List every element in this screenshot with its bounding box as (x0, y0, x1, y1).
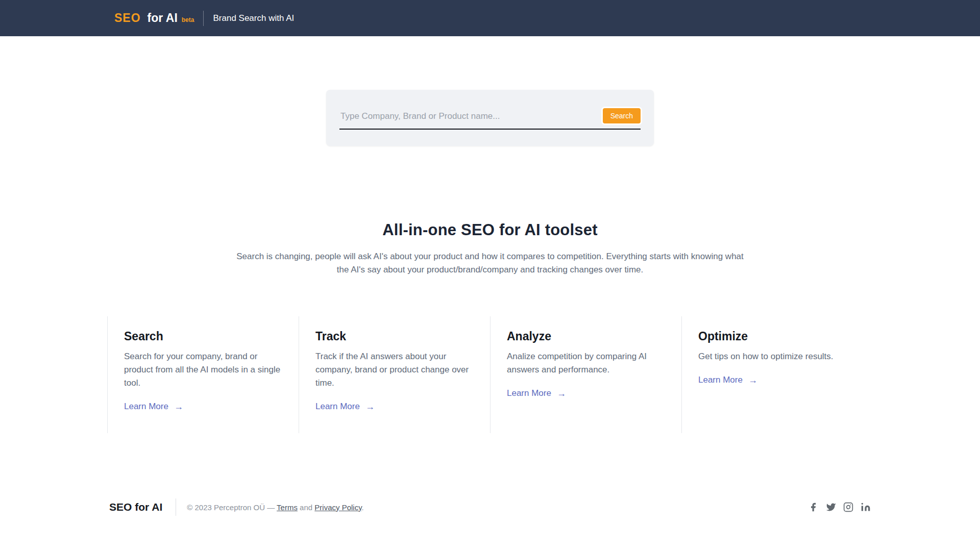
feature-description: Get tips on how to optimize results. (698, 350, 860, 363)
feature-column-analyze: Analyze Analize competition by comparing… (490, 316, 681, 433)
arrow-right-icon: → (557, 389, 566, 398)
footer-divider (176, 498, 176, 516)
page-title: All-in-one SEO for AI toolset (0, 221, 980, 239)
learn-more-link-analyze[interactable]: Learn More → (507, 388, 566, 398)
feature-column-search: Search Search for your company, brand or… (107, 316, 299, 433)
feature-title: Track (315, 330, 477, 343)
linkedin-icon[interactable] (861, 502, 871, 512)
feature-title: Analyze (507, 330, 668, 343)
page-subtitle: Search is changing, people will ask AI's… (232, 250, 748, 277)
terms-link[interactable]: Terms (277, 503, 298, 512)
learn-more-label: Learn More (124, 402, 168, 412)
footer: SEO for AI © 2023 Perceptron OÜ — Terms … (109, 498, 871, 516)
search-button[interactable]: Search (603, 108, 641, 123)
logo-seo-text: SEO (114, 11, 141, 25)
feature-column-track: Track Track if the AI answers about your… (299, 316, 490, 433)
intro-section: All-in-one SEO for AI toolset Search is … (0, 221, 980, 277)
learn-more-link-search[interactable]: Learn More → (124, 402, 183, 412)
arrow-right-icon: → (365, 402, 375, 411)
nav-item-brand-search[interactable]: Brand Search with AI (213, 13, 294, 23)
learn-more-link-optimize[interactable]: Learn More → (698, 375, 757, 385)
features-grid: Search Search for your company, brand or… (107, 316, 873, 433)
search-input[interactable] (339, 103, 641, 130)
learn-more-label: Learn More (315, 402, 360, 412)
learn-more-label: Learn More (507, 388, 551, 398)
feature-description: Track if the AI answers about your compa… (315, 350, 477, 390)
facebook-icon[interactable] (808, 502, 819, 512)
learn-more-link-track[interactable]: Learn More → (315, 402, 375, 412)
copyright-prefix: © 2023 Perceptron OÜ — (187, 503, 277, 512)
feature-description: Search for your company, brand or produc… (124, 350, 285, 390)
twitter-icon[interactable] (826, 502, 836, 512)
brand-logo[interactable]: SEO for AI beta (114, 11, 194, 25)
feature-description: Analize competition by comparing AI answ… (507, 350, 668, 377)
footer-brand: SEO for AI (109, 501, 162, 513)
navbar: SEO for AI beta Brand Search with AI (0, 0, 980, 36)
arrow-right-icon: → (748, 375, 757, 385)
feature-column-optimize: Optimize Get tips on how to optimize res… (681, 316, 873, 433)
copyright-period: . (362, 503, 364, 512)
search-row: Search (339, 103, 641, 130)
privacy-policy-link[interactable]: Privacy Policy (314, 503, 361, 512)
learn-more-label: Learn More (698, 375, 743, 385)
feature-title: Optimize (698, 330, 860, 343)
search-card: Search (326, 90, 654, 146)
copyright-text: © 2023 Perceptron OÜ — Terms and Privacy… (187, 503, 364, 512)
instagram-icon[interactable] (843, 502, 853, 512)
arrow-right-icon: → (174, 402, 183, 411)
social-links (808, 502, 871, 512)
logo-for-ai-text: for AI (148, 11, 178, 25)
feature-title: Search (124, 330, 285, 343)
beta-badge: beta (182, 16, 194, 23)
nav-divider (203, 11, 204, 26)
copyright-conjunction: and (298, 503, 314, 512)
